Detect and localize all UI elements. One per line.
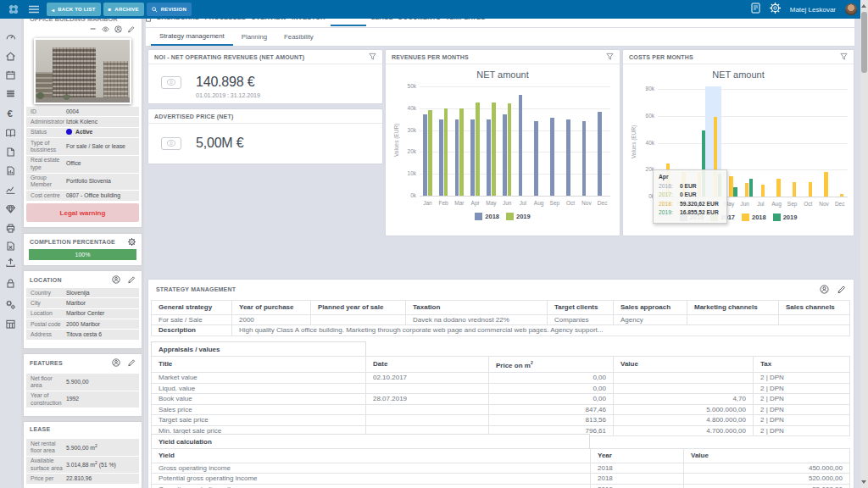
document-icon[interactable] [751,2,760,17]
revision-button[interactable]: REVISION [147,3,192,16]
bar-2018-Nov[interactable] [582,121,587,196]
pencil-icon[interactable] [127,358,136,367]
bar-2018-Apr[interactable] [470,119,475,196]
user-name[interactable]: Matej Leskovar [790,6,836,14]
bar-2018-Sep[interactable] [550,118,554,196]
bar-2018-Jun[interactable] [745,183,748,197]
tab-overview[interactable]: OVERVIEW [251,19,287,25]
pencil-icon[interactable] [127,25,135,33]
legend-2018[interactable]: 2018 [742,214,766,221]
rail-upload-icon[interactable] [5,256,16,267]
rail-home-icon[interactable] [5,50,16,61]
pencil-icon[interactable] [837,285,846,294]
bar-2018-Feb[interactable] [439,119,443,196]
bar-2018-Dec[interactable] [840,194,843,197]
tab-dashboard[interactable]: DASHBOARD [157,19,200,25]
tab-investor[interactable]: INVESTOR [292,19,326,25]
bar-2018-Jul[interactable] [761,185,765,197]
rail-menu-bars-icon[interactable] [5,87,16,98]
bar-2019-Feb[interactable] [444,108,448,196]
bar-2018-Nov[interactable] [824,172,827,197]
home-tab-icon[interactable] [146,19,152,25]
costs-chart-card: COSTS PER MONTHS NET amount0k20k40k60k80… [623,50,854,236]
x-tick: May [482,200,499,206]
property-title: OFFICE BUILDING MARIBOR [30,19,142,23]
bar-2018-Aug[interactable] [534,121,538,196]
bar-2018-Aug[interactable] [776,179,780,197]
filter-icon[interactable] [840,53,848,61]
tab-lease[interactable]: LEASE [371,19,393,25]
bar-2019-May[interactable] [733,187,737,197]
rail-printer-icon[interactable] [5,222,16,233]
person-circle-icon[interactable] [112,275,120,284]
bar-2018-Sep[interactable] [793,182,796,197]
subtab-strategy-management[interactable]: Strategy management [151,28,233,46]
strategy-col-header: Planned year of sale [311,301,406,315]
minus-icon[interactable] [90,25,97,33]
info-row: ID0004 [26,107,139,116]
rail-gears-icon[interactable] [5,298,16,309]
appraisals-row: Target sale price813,564.800.000,002 | D… [152,415,850,426]
tab-processes[interactable]: PROCESSES [205,19,246,25]
bar-2018-Oct[interactable] [809,182,812,197]
settings-gear-icon[interactable] [770,2,781,17]
app-logo[interactable] [7,3,20,16]
legal-warning-button[interactable]: Legal warning [26,203,139,222]
bar-2018-Oct[interactable] [566,119,570,196]
rail-document-icon[interactable] [5,146,16,157]
rail-table-icon[interactable] [5,318,16,329]
bar-2019-Mar[interactable] [459,108,464,196]
rail-lock-icon[interactable] [5,277,16,288]
rail-document-x-icon[interactable] [5,240,16,251]
gear-icon[interactable] [128,238,136,246]
strategy-col-header: Sales channels [779,301,850,315]
x-tick: Sep [784,201,801,207]
bar-2018-May[interactable] [729,176,732,197]
pencil-icon[interactable] [127,275,136,284]
legend-2018[interactable]: 2018 [475,213,499,220]
filter-icon[interactable] [369,53,376,61]
person-circle-icon[interactable] [114,25,122,33]
bar-2019-Apr[interactable] [476,103,480,196]
tab-documents[interactable]: DOCUMENTS [398,19,441,25]
legend-2019[interactable]: 2019 [506,213,531,220]
archive-button[interactable]: ■ARCHIVE [103,3,144,16]
bar-2019-Jun[interactable] [508,103,512,196]
rail-document-report-icon[interactable] [5,164,16,175]
yield-row: Potential gross operating income2018520.… [152,474,850,485]
bar-2019-Jan[interactable] [428,110,432,196]
rail-euro-icon[interactable]: € [5,107,16,118]
bar-2018-Jul[interactable] [519,95,523,196]
rail-diamond-icon[interactable] [5,202,16,214]
bar-2018-May[interactable] [487,119,491,196]
bar-2018-Jun[interactable] [503,114,507,196]
strategy-col-header: Sales approach [614,301,687,315]
page-scrollbar[interactable] [860,0,868,488]
scroll-down-arrow[interactable] [861,480,866,484]
bar-2018-Mar[interactable] [455,119,459,196]
strategy-col-header: General strategy [152,301,232,315]
hamburger-menu-icon[interactable] [29,2,39,17]
subtab-feasibility[interactable]: Feasibility [275,28,322,46]
back-to-list-button[interactable]: ◂BACK TO LIST [47,3,101,16]
bar-2019-May[interactable] [492,103,496,196]
rail-book-icon[interactable] [5,126,16,137]
scroll-up-arrow[interactable] [861,4,866,8]
bar-2018-Dec[interactable] [598,112,602,196]
legend-2019[interactable]: 2019 [773,214,798,221]
avatar[interactable] [845,3,857,15]
subtab-planning[interactable]: Planning [233,28,275,46]
filter-icon[interactable] [606,53,614,61]
rail-chart-line-icon[interactable] [5,183,16,194]
bar-2018-Jan[interactable] [423,114,427,196]
scrollbar-thumb[interactable] [861,12,867,73]
rail-calendar-icon[interactable] [5,69,16,80]
tab-templates[interactable]: TEMPLATES [446,19,486,25]
tab-strategy[interactable]: STRATEGY [331,19,366,26]
person-circle-icon[interactable] [820,285,829,294]
property-photo[interactable] [34,38,131,104]
person-circle-icon[interactable] [112,358,120,367]
rail-dashboard-gauge-icon[interactable] [5,30,16,41]
eye-icon[interactable] [102,25,109,33]
bar-2019-Jun[interactable] [749,179,753,197]
